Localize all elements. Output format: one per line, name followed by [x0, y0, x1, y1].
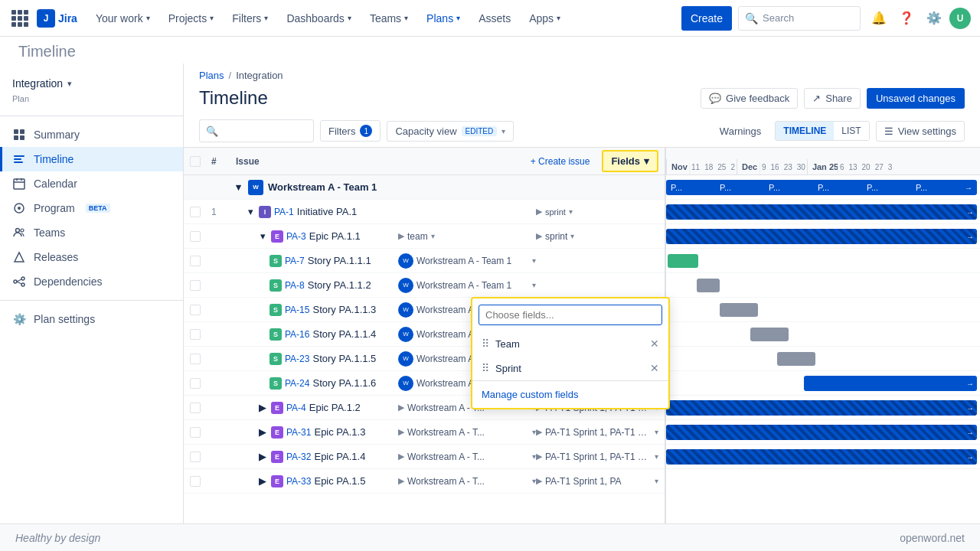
row-checkbox[interactable]	[190, 256, 201, 266]
sidebar-item-summary[interactable]: Summary	[0, 122, 183, 147]
svg-point-14	[21, 229, 24, 232]
search-box[interactable]: 🔍 Search	[738, 6, 861, 31]
row-checkbox[interactable]	[190, 231, 201, 242]
row-checkbox[interactable]	[190, 452, 201, 462]
gantt-row: →	[666, 200, 980, 224]
nav-filters[interactable]: Filters▾	[226, 6, 274, 31]
row-checkbox[interactable]	[190, 476, 201, 487]
nav-your-work[interactable]: Your work▾	[90, 6, 156, 31]
issue-key[interactable]: PA-16	[285, 329, 309, 340]
table-row: 1 ▾ I PA-1 Initiative PA.1 ▶ sprint ▾	[184, 200, 665, 224]
create-button[interactable]: Create	[681, 6, 732, 31]
team-avatar: W	[398, 376, 413, 391]
initiative-expand-button[interactable]: ▾	[245, 207, 256, 217]
issue-name: Story PA.1.1.5	[312, 353, 376, 364]
warnings-button[interactable]: Warnings	[712, 122, 769, 141]
issue-key[interactable]: PA-4	[286, 403, 306, 413]
epic-expand-button[interactable]: ▾	[257, 231, 268, 242]
row-checkbox[interactable]	[190, 207, 201, 217]
team-avatar: W	[398, 302, 413, 318]
issue-name: Story PA.1.1.4	[312, 328, 376, 340]
footer-left-text: Healthy by design	[15, 532, 100, 544]
story-type-icon: S	[270, 353, 282, 365]
row-checkbox[interactable]	[190, 329, 201, 340]
issue-key[interactable]: PA-33	[286, 476, 311, 487]
timeline-icon	[12, 152, 26, 166]
table-row: ▶ E PA-33 Epic PA.1.5 ▶ Workstream A - T…	[184, 469, 665, 494]
sidebar-item-calendar[interactable]: Calendar	[0, 171, 183, 196]
nav-dashboards[interactable]: Dashboards▾	[280, 6, 358, 31]
issue-key[interactable]: PA-8	[285, 280, 305, 291]
gantt-row: P... P... P... P... P... P... →	[666, 175, 980, 200]
group-expand-button[interactable]: ▾	[233, 182, 243, 193]
filters-button[interactable]: Filters 1	[320, 120, 381, 142]
calendar-icon	[12, 177, 26, 191]
team-avatar: W	[398, 278, 413, 293]
epic-expand-btn[interactable]: ▶	[257, 452, 268, 462]
jira-logo[interactable]: J Jira	[37, 9, 77, 28]
fields-label: Fields	[611, 155, 640, 167]
sidebar-plan-header[interactable]: Integration ▾	[0, 73, 183, 94]
apps-grid-button[interactable]	[9, 8, 31, 29]
epic-type-icon: E	[271, 426, 283, 439]
row-checkbox[interactable]	[190, 305, 201, 315]
epic-type-icon: E	[271, 475, 283, 487]
sidebar-item-teams[interactable]: Teams	[0, 220, 183, 245]
epic-expand-btn[interactable]: ▶	[257, 427, 268, 438]
issue-key[interactable]: PA-23	[285, 354, 309, 364]
row-checkbox[interactable]	[190, 354, 201, 364]
nav-plans[interactable]: Plans▾	[420, 6, 466, 31]
capacity-view-button[interactable]: Capacity view EDITED ▾	[387, 121, 514, 142]
epic-type-icon: E	[271, 230, 283, 243]
nav-apps[interactable]: Apps▾	[523, 6, 567, 31]
view-tab-list[interactable]: LIST	[834, 122, 868, 140]
svg-rect-7	[14, 179, 24, 189]
issue-key[interactable]: PA-3	[286, 231, 306, 242]
epic-expand-btn[interactable]: ▶	[257, 403, 268, 413]
toolbar-search[interactable]: 🔍	[199, 119, 314, 142]
field-item-team[interactable]: ⠿ Team ✕	[472, 331, 666, 356]
nav-projects[interactable]: Projects▾	[162, 6, 220, 31]
sidebar-item-releases[interactable]: Releases	[0, 245, 183, 269]
share-button[interactable]: ↗ Share	[804, 88, 861, 109]
sidebar-item-timeline[interactable]: Timeline	[0, 147, 183, 171]
breadcrumb-plans-link[interactable]: Plans	[199, 70, 224, 81]
row-checkbox[interactable]	[190, 403, 201, 413]
row-checkbox[interactable]	[190, 378, 201, 389]
issue-key[interactable]: PA-32	[286, 452, 311, 462]
settings-button[interactable]: ⚙️	[922, 6, 946, 31]
fields-search-input[interactable]	[479, 305, 662, 325]
help-button[interactable]: ❓	[894, 6, 919, 31]
create-issue-button[interactable]: + Create issue	[524, 153, 596, 170]
sidebar-item-program[interactable]: Program BETA	[0, 196, 183, 220]
field-team-remove-button[interactable]: ✕	[650, 337, 659, 350]
issue-key[interactable]: PA-1	[274, 207, 294, 217]
nav-teams[interactable]: Teams▾	[364, 6, 414, 31]
notifications-button[interactable]: 🔔	[867, 6, 891, 31]
view-settings-button[interactable]: ☰ View settings	[876, 121, 965, 142]
select-all-checkbox[interactable]	[190, 156, 201, 167]
user-avatar[interactable]: U	[949, 8, 971, 29]
svg-line-18	[17, 279, 21, 282]
manage-custom-fields-link[interactable]: Manage custom fields	[472, 380, 666, 408]
issue-key[interactable]: PA-15	[285, 305, 309, 315]
issue-key[interactable]: PA-31	[286, 427, 311, 438]
field-item-sprint[interactable]: ⠿ Sprint ✕	[472, 356, 666, 380]
field-team-drag-handle[interactable]: ⠿	[482, 337, 489, 350]
search-icon: 🔍	[745, 12, 758, 24]
row-checkbox[interactable]	[190, 280, 201, 291]
sidebar-item-plan-settings[interactable]: ⚙️ Plan settings	[0, 307, 183, 331]
sidebar-item-dependencies[interactable]: Dependencies	[0, 269, 183, 294]
fields-dropdown-button[interactable]: Fields ▾	[602, 150, 658, 172]
epic-expand-btn[interactable]: ▶	[257, 476, 268, 487]
field-sprint-drag-handle[interactable]: ⠿	[482, 362, 489, 374]
issue-key[interactable]: PA-7	[285, 256, 305, 266]
month-header-dec: Dec	[737, 159, 760, 174]
unsaved-changes-button[interactable]: Unsaved changes	[867, 88, 965, 109]
row-checkbox[interactable]	[190, 427, 201, 438]
nav-assets[interactable]: Assets	[472, 6, 517, 31]
give-feedback-button[interactable]: 💬 Give feedback	[701, 88, 798, 109]
view-tab-timeline[interactable]: TIMELINE	[776, 122, 834, 140]
issue-key[interactable]: PA-24	[285, 378, 309, 389]
field-sprint-remove-button[interactable]: ✕	[650, 362, 659, 374]
